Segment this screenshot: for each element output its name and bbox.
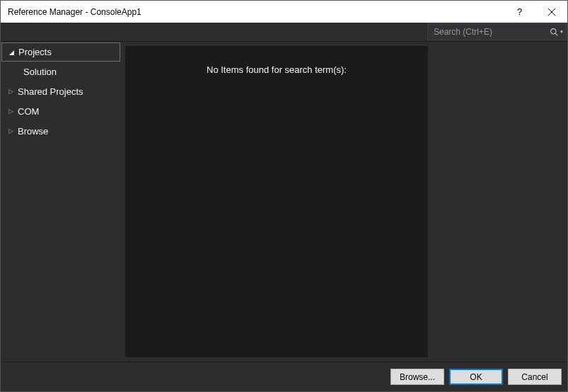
search-input[interactable] — [428, 24, 547, 40]
sidebar-item-shared-projects[interactable]: ▷ Shared Projects — [1, 81, 121, 101]
footer: Browse... OK Cancel — [1, 362, 567, 391]
sidebar-item-browse[interactable]: ▷ Browse — [1, 121, 121, 141]
empty-message: No Items found for search term(s): — [207, 64, 347, 357]
details-panel — [428, 42, 567, 362]
help-button[interactable]: ? — [504, 1, 535, 23]
browse-button[interactable]: Browse... — [390, 369, 444, 385]
search-icon — [550, 28, 559, 37]
cancel-button[interactable]: Cancel — [508, 369, 562, 385]
dialog-body: ▼ ◢ Projects Solution ▷ Shared Projects … — [1, 23, 567, 391]
search-box[interactable]: ▼ — [427, 23, 567, 40]
close-icon — [548, 8, 555, 16]
reference-manager-dialog: Reference Manager - ConsoleApp1 ? ▼ — [0, 0, 568, 392]
sidebar: ◢ Projects Solution ▷ Shared Projects ▷ … — [1, 42, 121, 362]
content: ◢ Projects Solution ▷ Shared Projects ▷ … — [1, 42, 567, 362]
arrow-expanded-icon: ◢ — [7, 49, 16, 56]
svg-point-2 — [551, 28, 556, 33]
sidebar-subitem-solution[interactable]: Solution — [1, 62, 121, 81]
search-button[interactable]: ▼ — [547, 24, 566, 40]
sidebar-item-label: Browse — [18, 126, 48, 137]
sidebar-item-projects[interactable]: ◢ Projects — [1, 42, 120, 62]
arrow-collapsed-icon: ▷ — [6, 88, 15, 95]
sidebar-item-label: Projects — [18, 47, 52, 57]
titlebar[interactable]: Reference Manager - ConsoleApp1 ? — [1, 1, 567, 23]
chevron-down-icon: ▼ — [560, 30, 564, 34]
main-panel: No Items found for search term(s): — [125, 46, 428, 357]
toolbar: ▼ — [1, 23, 567, 42]
svg-line-3 — [555, 33, 557, 35]
sidebar-item-com[interactable]: ▷ COM — [1, 101, 121, 121]
arrow-collapsed-icon: ▷ — [6, 108, 15, 115]
sidebar-item-label: COM — [18, 106, 39, 117]
close-button[interactable] — [535, 1, 567, 23]
window-title: Reference Manager - ConsoleApp1 — [8, 7, 504, 17]
ok-button[interactable]: OK — [449, 369, 503, 385]
arrow-collapsed-icon: ▷ — [6, 127, 15, 134]
sidebar-subitem-label: Solution — [23, 67, 57, 77]
sidebar-item-label: Shared Projects — [18, 86, 83, 97]
